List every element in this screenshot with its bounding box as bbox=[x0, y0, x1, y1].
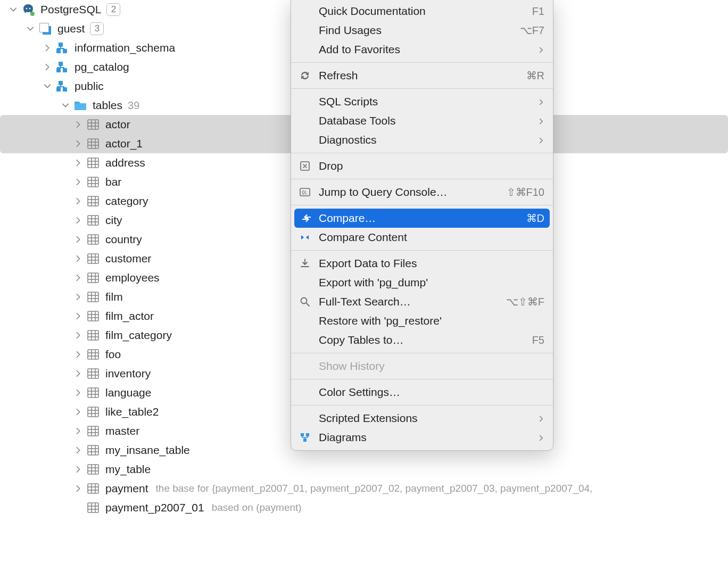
table-icon bbox=[86, 137, 100, 151]
table-icon bbox=[86, 194, 100, 208]
table-label: language bbox=[105, 383, 151, 402]
menu-item-refresh[interactable]: Refresh ⌘R bbox=[291, 66, 553, 85]
chevron-right-icon[interactable] bbox=[73, 120, 83, 129]
table-icon bbox=[86, 271, 100, 285]
refresh-icon bbox=[291, 70, 319, 81]
menu-item-label: Jump to Query Console… bbox=[319, 186, 507, 198]
table-icon bbox=[86, 213, 100, 227]
chevron-down-icon[interactable] bbox=[9, 5, 18, 14]
menu-item-shortcut: F1 bbox=[532, 5, 544, 18]
table-label: inventory bbox=[105, 364, 151, 383]
menu-item-find-usages[interactable]: Find Usages ⌥F7 bbox=[291, 21, 553, 40]
menu-item-diagrams[interactable]: Diagrams bbox=[291, 428, 553, 447]
chevron-right-icon[interactable] bbox=[73, 196, 83, 206]
chevron-right-icon[interactable] bbox=[73, 484, 83, 493]
table-icon bbox=[86, 443, 100, 457]
menu-item-sql-scripts[interactable]: SQL Scripts bbox=[291, 92, 553, 111]
menu-item-color-settings[interactable]: Color Settings… bbox=[291, 383, 553, 402]
chevron-right-icon[interactable] bbox=[73, 273, 83, 283]
chevron-right-icon[interactable] bbox=[73, 426, 83, 436]
chevron-down-icon[interactable] bbox=[43, 81, 52, 91]
chevron-right-icon[interactable] bbox=[73, 350, 83, 359]
export-icon bbox=[291, 258, 319, 269]
table-icon bbox=[86, 462, 100, 476]
menu-item-compare[interactable]: Compare… ⌘D bbox=[294, 209, 550, 228]
menu-item-label: Compare… bbox=[319, 212, 526, 225]
chevron-right-icon[interactable] bbox=[73, 177, 83, 187]
table-note: the base for {payment_p2007_01, payment_… bbox=[156, 479, 593, 498]
chevron-right-icon[interactable] bbox=[73, 407, 83, 417]
menu-item-label: Full-Text Search… bbox=[319, 295, 506, 308]
chevron-right-icon[interactable] bbox=[73, 445, 83, 455]
table-icon bbox=[86, 501, 100, 515]
chevron-right-icon[interactable] bbox=[73, 311, 83, 321]
chevron-right-icon[interactable] bbox=[73, 388, 83, 398]
chevron-right-icon[interactable] bbox=[73, 254, 83, 263]
menu-item-diagnostics[interactable]: Diagnostics bbox=[291, 130, 553, 150]
db-badge: 3 bbox=[90, 22, 104, 35]
schema-label: information_schema bbox=[75, 38, 175, 57]
chevron-down-icon[interactable] bbox=[61, 101, 70, 110]
menu-item-quick-doc[interactable]: Quick Documentation F1 bbox=[291, 2, 553, 21]
table-icon bbox=[86, 328, 100, 342]
chevron-down-icon[interactable] bbox=[26, 24, 35, 34]
tree-table-payment_p2007_01[interactable]: payment_p2007_01 based on (payment) bbox=[0, 498, 728, 517]
tree-table-my_table[interactable]: my_table bbox=[0, 460, 728, 479]
menu-item-shortcut: ⌥F7 bbox=[520, 24, 544, 37]
chevron-right-icon[interactable] bbox=[73, 216, 83, 225]
menu-item-add-fav[interactable]: Add to Favorites bbox=[291, 40, 553, 59]
table-label: my_table bbox=[105, 460, 151, 479]
table-label: like_table2 bbox=[105, 402, 159, 421]
chevron-right-icon[interactable] bbox=[73, 369, 83, 378]
chevron-right-icon[interactable] bbox=[73, 465, 83, 474]
chevron-right-icon[interactable] bbox=[73, 139, 83, 148]
menu-item-label: Diagrams bbox=[319, 431, 538, 444]
menu-separator bbox=[291, 250, 553, 251]
compare2-icon bbox=[291, 232, 319, 243]
table-icon bbox=[86, 348, 100, 361]
menu-item-label: Find Usages bbox=[319, 24, 520, 37]
menu-item-shortcut: ⇧⌘F10 bbox=[507, 186, 544, 198]
menu-item-db-tools[interactable]: Database Tools bbox=[291, 111, 553, 130]
tree-table-payment[interactable]: payment the base for {payment_p2007_01, … bbox=[0, 479, 728, 498]
table-icon bbox=[86, 424, 100, 438]
search-icon bbox=[291, 296, 319, 307]
table-icon bbox=[86, 118, 100, 131]
chevron-right-icon[interactable] bbox=[43, 43, 52, 53]
menu-item-label: Export Data to Files bbox=[319, 257, 544, 270]
menu-item-shortcut: ⌘D bbox=[526, 212, 544, 225]
menu-separator bbox=[291, 153, 553, 153]
menu-item-restore[interactable]: Restore with 'pg_restore' bbox=[291, 311, 553, 330]
table-label: customer bbox=[105, 249, 151, 268]
table-label: payment_p2007_01 bbox=[105, 498, 204, 517]
menu-item-drop[interactable]: Drop bbox=[291, 156, 553, 176]
submenu-chevron-icon bbox=[538, 412, 544, 425]
schema-icon bbox=[55, 41, 69, 55]
menu-item-scripted-ext[interactable]: Scripted Extensions bbox=[291, 409, 553, 428]
tables-folder-label: tables bbox=[93, 96, 122, 115]
menu-item-label: Quick Documentation bbox=[319, 5, 532, 18]
table-label: bar bbox=[105, 172, 121, 192]
menu-item-copy-tables[interactable]: Copy Tables to… F5 bbox=[291, 330, 553, 350]
chevron-right-icon[interactable] bbox=[43, 62, 52, 72]
menu-item-label: Refresh bbox=[319, 69, 526, 82]
table-note: based on (payment) bbox=[212, 498, 302, 517]
chevron-right-icon[interactable] bbox=[73, 235, 83, 244]
menu-separator bbox=[291, 205, 553, 205]
table-label: country bbox=[105, 230, 142, 249]
menu-separator bbox=[291, 179, 553, 179]
table-label: foo bbox=[105, 345, 121, 364]
chevron-right-icon[interactable] bbox=[73, 292, 83, 302]
table-icon bbox=[86, 482, 100, 495]
menu-item-export-pgdump[interactable]: Export with 'pg_dump' bbox=[291, 273, 553, 292]
tables-count: 39 bbox=[128, 96, 139, 115]
submenu-chevron-icon bbox=[538, 431, 544, 444]
chevron-right-icon[interactable] bbox=[73, 158, 83, 168]
menu-item-fulltext[interactable]: Full-Text Search… ⌥⇧⌘F bbox=[291, 292, 553, 311]
menu-item-label: Color Settings… bbox=[319, 386, 544, 399]
menu-item-export[interactable]: Export Data to Files bbox=[291, 254, 553, 273]
menu-item-compare-content[interactable]: Compare Content bbox=[291, 228, 553, 247]
menu-item-jump-console[interactable]: Jump to Query Console… ⇧⌘F10 bbox=[291, 183, 553, 202]
diagram-icon bbox=[291, 432, 319, 443]
chevron-right-icon[interactable] bbox=[73, 330, 83, 340]
